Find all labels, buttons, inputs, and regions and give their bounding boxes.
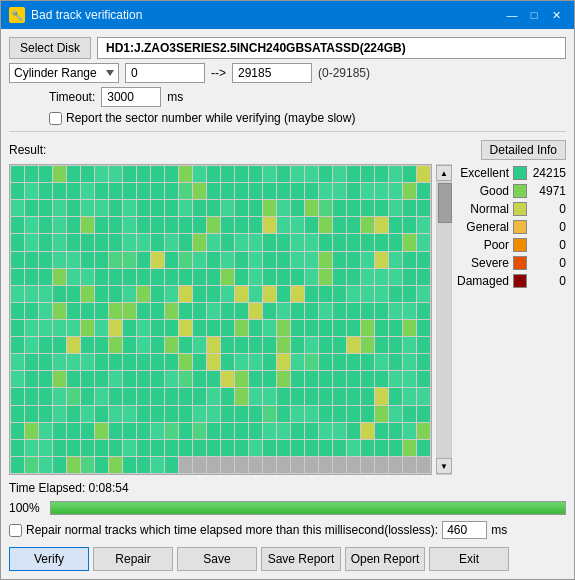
grid-cell [235,303,248,319]
grid-cell [417,337,430,353]
grid-cell [207,388,220,404]
save-report-button[interactable]: Save Report [261,547,341,571]
grid-cell [25,217,38,233]
grid-cell [221,406,234,422]
grid-cell [361,234,374,250]
close-button[interactable]: ✕ [546,5,566,25]
grid-cell [333,286,346,302]
grid-cell [207,457,220,473]
verify-button[interactable]: Verify [9,547,89,571]
grid-cell [137,217,150,233]
grid-cell [417,286,430,302]
detailed-info-button[interactable]: Detailed Info [481,140,566,160]
grid-cell [193,337,206,353]
repair-checkbox[interactable] [9,524,22,537]
grid-cell [375,371,388,387]
scroll-down-arrow[interactable]: ▼ [436,458,452,474]
legend-label: Poor [456,238,509,252]
scroll-up-arrow[interactable]: ▲ [436,165,452,181]
grid-cell [67,166,80,182]
grid-cell [39,423,52,439]
grid-cell [109,457,122,473]
grid-cell [221,440,234,456]
select-disk-button[interactable]: Select Disk [9,37,91,59]
grid-cell [417,320,430,336]
grid-cell [11,217,24,233]
grid-cell [207,406,220,422]
grid-cell [109,217,122,233]
grid-cell [403,183,416,199]
grid-cell [221,217,234,233]
grid-cell [53,286,66,302]
grid-cell [81,406,94,422]
grid-cell [137,166,150,182]
repair-button[interactable]: Repair [93,547,173,571]
grid-cell [179,388,192,404]
exit-button[interactable]: Exit [429,547,509,571]
grid-cell [39,217,52,233]
grid-cell [193,200,206,216]
grid-cell [277,303,290,319]
cylinder-range-select[interactable]: Cylinder Range [9,63,119,83]
grid-cell [389,457,402,473]
grid-cell [179,337,192,353]
legend-color-swatch [513,256,527,270]
grid-cell [67,371,80,387]
grid-cell [151,286,164,302]
grid-cell [249,217,262,233]
grid-cell [193,423,206,439]
grid-cell [417,457,430,473]
grid-cell [375,166,388,182]
grid-cell [165,252,178,268]
grid-cell [305,286,318,302]
grid-cell [361,354,374,370]
grid-cell [165,183,178,199]
repair-ms-input[interactable] [442,521,487,539]
maximize-button[interactable]: □ [524,5,544,25]
grid-cell [179,406,192,422]
start-cylinder-input[interactable] [125,63,205,83]
grid-cell [333,457,346,473]
grid-cell [39,320,52,336]
minimize-button[interactable]: — [502,5,522,25]
grid-cell [305,234,318,250]
grid-cell [375,234,388,250]
timeout-input[interactable] [101,87,161,107]
grid-cell [333,217,346,233]
progress-bar-inner [51,502,565,514]
grid-scrollbar[interactable]: ▲ ▼ [436,164,452,475]
grid-cell [277,406,290,422]
grid-cell [39,440,52,456]
grid-cell [53,337,66,353]
grid-cell [277,388,290,404]
time-elapsed-value: 0:08:54 [89,481,129,495]
scroll-thumb[interactable] [438,183,452,223]
scroll-track[interactable] [437,181,451,458]
sector-report-label: Report the sector number while verifying… [66,111,355,125]
grid-cell [389,371,402,387]
grid-cell [305,217,318,233]
grid-cell [347,388,360,404]
grid-cell [417,406,430,422]
grid-cell [263,457,276,473]
bottom-buttons: Verify Repair Save Save Report Open Repo… [9,547,566,571]
grid-cell [193,457,206,473]
grid-cell [263,269,276,285]
save-button[interactable]: Save [177,547,257,571]
grid-cell [53,457,66,473]
open-report-button[interactable]: Open Report [345,547,425,571]
grid-cell [151,354,164,370]
grid-cell [361,286,374,302]
grid-cell [291,406,304,422]
grid-cell [347,303,360,319]
end-cylinder-input[interactable] [232,63,312,83]
grid-cell [347,320,360,336]
grid-cell [361,252,374,268]
grid-cell [361,337,374,353]
grid-cell [249,286,262,302]
grid-cell [109,354,122,370]
grid-cell [123,423,136,439]
grid-cell [403,320,416,336]
grid-cell [291,371,304,387]
sector-report-checkbox[interactable] [49,112,62,125]
